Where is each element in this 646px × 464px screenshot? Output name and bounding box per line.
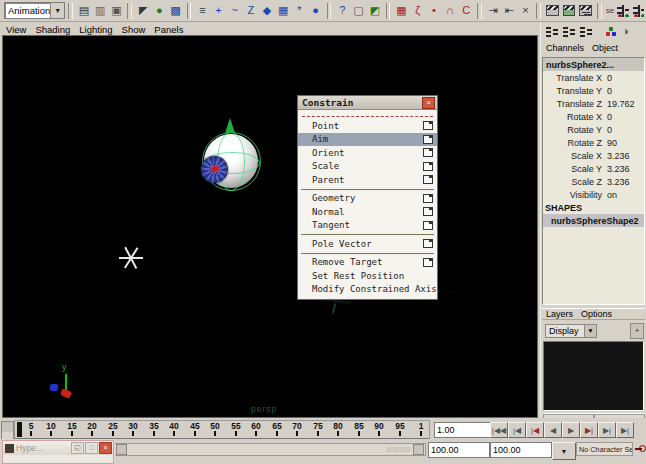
open-scene-icon[interactable]: ▥ — [93, 3, 107, 19]
menu-shading[interactable]: Shading — [35, 24, 70, 35]
render-icon[interactable] — [546, 5, 559, 16]
key-icon[interactable] — [635, 445, 646, 454]
current-time-field[interactable] — [434, 422, 492, 438]
aim-manipulator-cone[interactable] — [225, 118, 235, 133]
restore-icon[interactable]: ◱ — [71, 442, 84, 454]
move-tool-icon[interactable]: + — [211, 3, 225, 19]
next-key-button[interactable]: ▶| — [598, 422, 616, 438]
chevron-down-icon[interactable]: ▼ — [584, 325, 596, 337]
menu-item-scale[interactable]: Scale — [298, 160, 437, 174]
menu-item-pole-vector[interactable]: Pole Vector — [298, 237, 437, 251]
option-box-icon[interactable] — [423, 121, 433, 130]
layer-editor-layout-icon[interactable] — [563, 26, 575, 37]
range-end-handle[interactable] — [413, 444, 424, 455]
option-box-icon[interactable] — [423, 148, 433, 157]
constrain-titlebar[interactable]: Constrain × — [298, 96, 437, 110]
lock-icon[interactable]: ▢ — [351, 3, 365, 19]
option-box-icon[interactable] — [423, 221, 433, 230]
cv-curve-icon[interactable]: ~ — [228, 3, 242, 19]
channel-box-layout-icon[interactable] — [546, 26, 558, 37]
select-by-icon[interactable]: ◩ — [368, 3, 382, 19]
go-to-end-button[interactable]: ▶| — [616, 422, 634, 438]
menu-layers[interactable]: Layers — [546, 309, 573, 319]
menu-show[interactable]: Show — [122, 24, 146, 35]
snap-point-icon[interactable]: • — [427, 3, 441, 19]
hypergraph-minimized-window[interactable]: Hype... ◱ □ × — [2, 440, 114, 464]
nurbs-sphere-icon[interactable]: ● — [308, 3, 322, 19]
hypergraph-titlebar[interactable]: Hype... ◱ □ × — [3, 441, 113, 455]
timeline-scrollbar[interactable] — [1, 421, 14, 441]
help-icon[interactable]: ? — [335, 3, 349, 19]
layer-display-dropdown[interactable]: Display ▼ — [545, 324, 597, 338]
object-mode-icon[interactable] — [633, 5, 645, 17]
menu-panels[interactable]: Panels — [154, 24, 183, 35]
create-layer-icon[interactable]: + — [630, 323, 644, 339]
menu-object[interactable]: Object — [592, 43, 618, 53]
play-forwards-button[interactable]: ▶ — [562, 422, 580, 438]
close-icon[interactable]: × — [99, 442, 112, 454]
go-to-start-button[interactable]: |◀◀ — [490, 422, 508, 438]
save-scene-icon[interactable]: ▣ — [109, 3, 123, 19]
menu-item-tangent[interactable]: Tangent — [298, 219, 437, 233]
menu-item-parent[interactable]: Parent — [298, 173, 437, 187]
menu-channels[interactable]: Channels — [546, 43, 584, 53]
step-back-frame-button[interactable]: |◀ — [526, 422, 544, 438]
particle-icon[interactable]: * — [292, 3, 306, 19]
option-box-icon[interactable] — [423, 258, 433, 267]
maximize-icon[interactable]: □ — [85, 442, 98, 454]
layers-list[interactable] — [543, 341, 644, 411]
option-box-icon[interactable] — [423, 162, 433, 171]
make-live-icon[interactable]: C — [459, 3, 473, 19]
step-fwd-frame-button[interactable]: ▶| — [580, 422, 598, 438]
star-locator[interactable] — [119, 246, 143, 270]
menu-item-modify-constrained-axis[interactable]: Modify Constrained Axis... — [298, 283, 437, 297]
poly-sphere-icon[interactable]: ◆ — [260, 3, 274, 19]
range-start-handle[interactable] — [116, 444, 127, 455]
autokey-dropdown-button[interactable]: ▼ — [552, 442, 576, 460]
option-box-icon[interactable] — [423, 135, 433, 144]
play-backwards-button[interactable]: ◀ — [544, 422, 562, 438]
option-box-icon[interactable] — [423, 207, 433, 216]
option-box-icon[interactable] — [423, 175, 433, 184]
snap-surface-icon[interactable]: ∩ — [443, 3, 457, 19]
input-connection-icon[interactable]: ⇥ — [486, 3, 500, 19]
menu-item-point[interactable]: Point — [298, 119, 437, 133]
menu-item-geometry[interactable]: Geometry — [298, 192, 437, 206]
hierarchy-mode-icon[interactable] — [617, 5, 629, 17]
popup-stack-icon[interactable]: ≡ — [195, 3, 209, 19]
pencil-curve-icon[interactable]: Z — [244, 3, 258, 19]
close-icon[interactable]: × — [422, 97, 435, 109]
lasso-select-icon[interactable]: ● — [152, 3, 166, 19]
range-slider[interactable]: 100.00 — [114, 443, 426, 456]
option-box-icon[interactable] — [423, 194, 433, 203]
select-tool-icon[interactable]: ◤ — [136, 3, 150, 19]
menu-set-dropdown-arrow[interactable]: ▼ — [50, 3, 64, 18]
menu-item-normal[interactable]: Normal — [298, 205, 437, 219]
option-box-icon[interactable] — [423, 239, 433, 248]
paint-select-icon[interactable]: ▩ — [168, 3, 182, 19]
render-globals-icon[interactable] — [579, 5, 592, 16]
display-toggle-icon[interactable]: ◑ — [619, 23, 632, 39]
menu-item-aim[interactable]: Aim — [298, 133, 437, 147]
menu-lighting[interactable]: Lighting — [79, 24, 112, 35]
prev-key-button[interactable]: |◀ — [508, 422, 526, 438]
playback-end-field[interactable] — [490, 442, 552, 458]
time-slider[interactable]: 5 10 15 20 25 30 35 40 45 50 55 60 65 70… — [14, 420, 430, 439]
shape-node-name[interactable]: nurbsSphereShape2 — [543, 214, 644, 227]
playback-start-field[interactable] — [428, 442, 490, 458]
new-scene-icon[interactable]: ▤ — [77, 3, 91, 19]
construction-history-icon[interactable]: × — [518, 3, 532, 19]
color-palette-icon[interactable] — [605, 25, 617, 37]
tearoff-dashed-line[interactable] — [302, 111, 433, 117]
channel-object-name[interactable]: nurbsSphere2... — [543, 58, 644, 71]
menu-set-selector[interactable]: Animation ▼ — [4, 2, 65, 19]
snap-curve-icon[interactable]: ζ — [411, 3, 425, 19]
character-set-field[interactable]: No Character Set — [576, 442, 633, 456]
menu-item-orient[interactable]: Orient — [298, 146, 437, 160]
snap-grid-icon[interactable]: ▦ — [394, 3, 408, 19]
menu-item-remove-target[interactable]: Remove Target — [298, 256, 437, 270]
menu-item-set-rest-position[interactable]: Set Rest Position — [298, 269, 437, 283]
split-layout-icon[interactable] — [580, 26, 592, 37]
plane-icon[interactable]: ▦ — [276, 3, 290, 19]
output-connection-icon[interactable]: ⇤ — [502, 3, 516, 19]
